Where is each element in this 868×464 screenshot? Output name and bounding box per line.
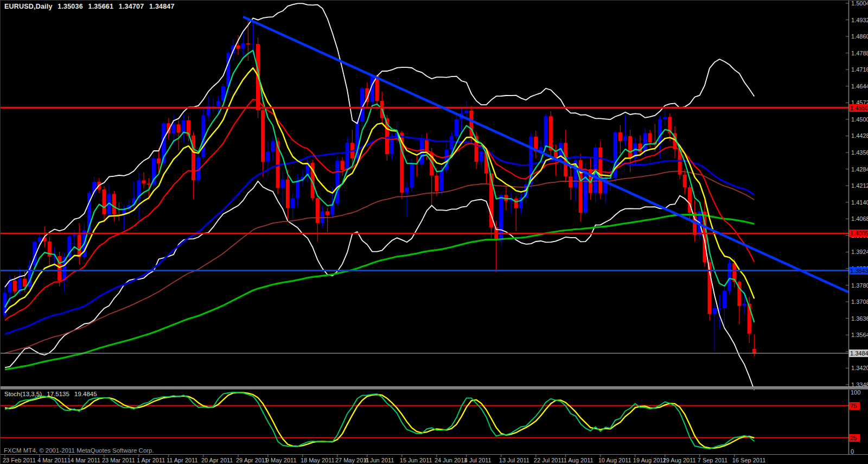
date-axis-label: 18 May 2011 (301, 456, 335, 464)
date-axis-label: 7 Sep 2011 (698, 456, 727, 464)
stochastic-indicator-label: Stoch(13,3,5) 17.5135 19.4845 (4, 391, 100, 397)
bull-candle-body (623, 136, 627, 141)
date-axis-label: 29 Aug 2011 (663, 456, 696, 464)
bear-candle-body (142, 180, 146, 183)
bear-candle-body (569, 176, 572, 187)
date-axis-label: 14 Mar 2011 (67, 456, 100, 464)
date-axis-label: 9 May 2011 (266, 456, 297, 464)
chart-title: EURUSD,Daily 1.35036 1.35661 1.34707 1.3… (4, 3, 178, 10)
mt4-chart-window: EURUSD,Daily 1.35036 1.35661 1.34707 1.3… (0, 0, 868, 464)
date-axis-label: 23 Feb 2011 (3, 456, 36, 464)
bear-candle-body (618, 132, 622, 141)
bull-candle-body (390, 139, 394, 154)
stochastic-name: Stoch(13,3,5) (4, 391, 42, 397)
bear-candle-body (683, 175, 687, 187)
ohlc-low-value: 1.34707 (119, 3, 144, 10)
ohlc-high-value: 1.35661 (88, 3, 114, 10)
price-axis-label: 1.44280 (851, 132, 868, 139)
stochastic-signal-line (5, 392, 754, 448)
bull-candle-body (410, 164, 414, 187)
price-axis-label: 1.42120 (851, 182, 868, 189)
price-axis-label: 1.50040 (851, 0, 868, 7)
bull-candle-body (182, 120, 186, 133)
stoch-upper-level-badge: 75 (849, 402, 860, 410)
bull-candle-body (346, 143, 349, 170)
bear-candle-body (752, 349, 756, 353)
bull-candle-body (643, 133, 647, 152)
price-axis-label: 1.37800 (851, 282, 868, 289)
price-axis-label: 1.49320 (851, 16, 868, 24)
bull-candle-body (291, 199, 295, 208)
bull-candle-body (743, 304, 746, 306)
bull-candle-body (480, 151, 483, 162)
bull-candle-body (440, 170, 444, 191)
bear-candle-body (157, 158, 161, 163)
pane-separator-handle[interactable] (1, 386, 868, 390)
ohlc-close-value: 1.34847 (149, 3, 175, 10)
price-axis-label: 1.37080 (851, 298, 868, 306)
date-axis-label: 24 Jun 2011 (435, 456, 467, 464)
date-axis-label: 1 Apr 2011 (137, 456, 165, 464)
moving-averages-layer (5, 50, 754, 370)
price-axis-label: 1.47880 (851, 49, 868, 57)
price-axis-label: 1.43560 (851, 149, 868, 156)
bull-candle-body (172, 124, 176, 134)
date-axis-label: 16 Sep 2011 (732, 456, 766, 464)
horizontal-levels-layer (1, 108, 848, 271)
bull-candle-body (723, 291, 726, 308)
bull-candle-body (281, 180, 285, 188)
bull-candle-body (455, 119, 458, 136)
chart-canvas[interactable] (1, 1, 868, 464)
bull-candle-body (450, 136, 454, 150)
bollinger-lower-band (5, 181, 754, 390)
price-axis-label: 1.39240 (851, 248, 868, 256)
date-axis-label: 4 Mar 2011 (37, 456, 67, 464)
date-axis-label: 29 Apr 2011 (236, 456, 268, 464)
bear-candle-body (341, 161, 344, 170)
bull-candle-body (658, 119, 662, 144)
bull-candle-body (727, 263, 731, 291)
bear-candle-body (286, 180, 290, 208)
ema-5-line (5, 50, 754, 322)
bull-candle-body (544, 116, 548, 147)
stoch-scale-top-label: 100 (851, 389, 860, 396)
ema-10-line (5, 68, 754, 313)
date-axis-label: 6 Jun 2011 (365, 456, 394, 464)
level-price-badge: 1.45504 (849, 104, 868, 112)
date-axis-label: 20 Apr 2011 (201, 456, 233, 464)
bear-candle-body (58, 256, 61, 281)
price-axis-label: 1.41400 (851, 199, 868, 206)
bear-candle-body (326, 211, 329, 215)
bull-candle-body (405, 188, 409, 193)
date-axis-label: 27 May 2011 (335, 456, 369, 464)
bull-candle-body (73, 235, 76, 237)
ohlc-open-value: 1.35036 (58, 3, 83, 10)
price-axis-label: 1.40680 (851, 215, 868, 223)
stochastic-layer (1, 392, 848, 449)
bull-candle-body (335, 161, 339, 204)
bull-candle-body (241, 43, 245, 49)
price-axis-label: 1.34200 (851, 364, 868, 372)
bull-candle-body (216, 101, 220, 106)
bull-candle-body (663, 117, 667, 119)
price-axis-label: 1.48600 (851, 33, 868, 40)
bull-candle-body (584, 169, 588, 213)
bear-candle-body (246, 43, 250, 45)
price-axis-label: 1.42840 (851, 166, 868, 173)
date-axis-label: 4 Jul 2011 (464, 456, 492, 464)
price-axis-label: 1.47160 (851, 66, 868, 73)
bear-candle-body (237, 46, 240, 49)
bull-candle-body (296, 180, 299, 198)
ema-200-line (5, 214, 754, 370)
bear-candle-body (23, 279, 27, 287)
price-axis-label: 1.46440 (851, 82, 868, 90)
bear-candle-body (628, 136, 632, 158)
bull-candle-body (713, 308, 717, 314)
date-axis-label: 1 Aug 2011 (564, 456, 593, 464)
bear-candle-body (103, 189, 106, 214)
bear-candle-body (514, 199, 518, 208)
date-axis-label: 19 Aug 2011 (633, 456, 666, 464)
symbol-period-label: EURUSD,Daily (4, 3, 53, 10)
stochastic-signal-value: 19.4845 (74, 391, 97, 397)
date-axis-label: 11 Apr 2011 (167, 456, 198, 464)
